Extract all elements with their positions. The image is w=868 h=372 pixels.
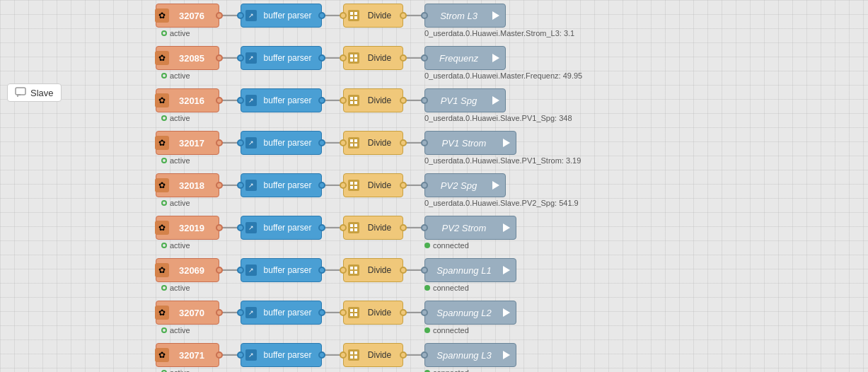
divide-node-32076[interactable]: Divide xyxy=(343,4,403,28)
status-text: active xyxy=(170,284,190,292)
divide-node-32019[interactable]: Divide xyxy=(343,216,403,240)
port-right xyxy=(318,267,325,274)
buffer-label-32016: buffer parser xyxy=(264,95,312,105)
status-dot xyxy=(161,115,167,121)
port-right xyxy=(400,97,407,104)
grid-icon xyxy=(348,52,359,64)
output-node-32069[interactable]: Spannung L1 xyxy=(424,258,516,282)
modbus-id-32016: 32016 xyxy=(179,95,204,106)
port-right xyxy=(318,12,325,19)
divide-label-32018: Divide xyxy=(368,180,391,190)
modbus-node-32076[interactable]: ✿32076 xyxy=(156,4,219,28)
gear-icon: ✿ xyxy=(155,93,169,107)
output-label-32018: PV2 Spg xyxy=(436,180,494,191)
buffer-node-32071[interactable]: ↗buffer parser xyxy=(241,343,322,367)
svg-rect-0 xyxy=(16,88,25,95)
modbus-node-32017[interactable]: ✿32017 xyxy=(156,131,219,155)
svg-rect-33 xyxy=(350,351,353,354)
arrow-right-icon xyxy=(503,351,510,359)
output-node-32076[interactable]: Strom L3 xyxy=(424,4,506,28)
svg-rect-36 xyxy=(354,356,357,359)
buffer-node-32076[interactable]: ↗buffer parser xyxy=(241,4,322,28)
modbus-node-32016[interactable]: ✿32016 xyxy=(156,88,219,112)
port-left xyxy=(340,54,347,62)
buffer-node-32085[interactable]: ↗buffer parser xyxy=(241,46,322,70)
divide-node-32071[interactable]: Divide xyxy=(343,343,403,367)
status-text: active xyxy=(170,71,190,80)
port-right xyxy=(400,309,407,316)
output-info-32019: connected xyxy=(424,241,469,250)
port-right xyxy=(216,54,223,62)
status-text: active xyxy=(170,326,190,335)
output-info-text: 0_userdata.0.Huawei.Slave.PV2_Spg: 541.9 xyxy=(424,199,579,207)
expand-icon: ↗ xyxy=(245,137,257,149)
buffer-node-32070[interactable]: ↗buffer parser xyxy=(241,301,322,325)
chat-icon xyxy=(15,87,26,98)
status-dot xyxy=(161,327,167,333)
svg-rect-3 xyxy=(350,16,353,19)
grid-icon xyxy=(348,222,359,233)
connected-dot xyxy=(424,285,430,291)
svg-rect-15 xyxy=(350,144,353,146)
status-32076: active xyxy=(161,29,190,37)
expand-icon: ↗ xyxy=(245,265,257,276)
port-left xyxy=(421,139,428,146)
arrow-right-icon xyxy=(503,308,510,317)
output-node-32070[interactable]: Spannung L2 xyxy=(424,301,516,325)
port-left xyxy=(237,267,244,274)
modbus-node-32085[interactable]: ✿32085 xyxy=(156,46,219,70)
port-left xyxy=(340,97,347,104)
svg-rect-24 xyxy=(354,228,357,231)
buffer-node-32019[interactable]: ↗buffer parser xyxy=(241,216,322,240)
grid-icon xyxy=(348,180,359,191)
slave-label-box[interactable]: Slave xyxy=(7,83,62,102)
divide-node-32018[interactable]: Divide xyxy=(343,173,403,197)
port-right xyxy=(318,54,325,62)
modbus-node-32070[interactable]: ✿32070 xyxy=(156,301,219,325)
port-left xyxy=(421,309,428,316)
arrow-right-icon xyxy=(492,54,499,62)
modbus-node-32069[interactable]: ✿32069 xyxy=(156,258,219,282)
divide-node-32069[interactable]: Divide xyxy=(343,258,403,282)
status-32016: active xyxy=(161,114,190,122)
status-32017: active xyxy=(161,156,190,165)
output-label-32019: PV2 Strom xyxy=(438,223,504,233)
output-node-32016[interactable]: PV1 Spg xyxy=(424,88,506,112)
output-node-32017[interactable]: PV1 Strom xyxy=(424,131,516,155)
output-info-32016: 0_userdata.0.Huawei.Slave.PV1_Spg: 348 xyxy=(424,114,572,122)
expand-icon: ↗ xyxy=(245,307,257,318)
divide-node-32017[interactable]: Divide xyxy=(343,131,403,155)
modbus-node-32019[interactable]: ✿32019 xyxy=(156,216,219,240)
expand-icon: ↗ xyxy=(245,52,257,64)
port-left xyxy=(237,224,244,231)
status-text: active xyxy=(170,29,190,37)
port-right xyxy=(318,224,325,231)
output-node-32071[interactable]: Spannung L3 xyxy=(424,343,516,367)
buffer-node-32069[interactable]: ↗buffer parser xyxy=(241,258,322,282)
port-left xyxy=(421,182,428,189)
svg-rect-31 xyxy=(350,313,353,316)
output-info-text: 0_userdata.0.Huawei.Master.Strom_L3: 3.1 xyxy=(424,29,574,37)
output-node-32018[interactable]: PV2 Spg xyxy=(424,173,506,197)
status-32019: active xyxy=(161,241,190,250)
svg-rect-5 xyxy=(350,54,353,57)
svg-rect-13 xyxy=(350,139,353,142)
buffer-node-32017[interactable]: ↗buffer parser xyxy=(241,131,322,155)
port-left xyxy=(340,309,347,316)
buffer-node-32016[interactable]: ↗buffer parser xyxy=(241,88,322,112)
buffer-node-32018[interactable]: ↗buffer parser xyxy=(241,173,322,197)
divide-node-32070[interactable]: Divide xyxy=(343,301,403,325)
svg-rect-27 xyxy=(350,271,353,274)
output-node-32019[interactable]: PV2 Strom xyxy=(424,216,516,240)
output-info-text: connected xyxy=(433,284,469,292)
port-right xyxy=(318,97,325,104)
modbus-node-32018[interactable]: ✿32018 xyxy=(156,173,219,197)
divide-node-32016[interactable]: Divide xyxy=(343,88,403,112)
grid-icon xyxy=(348,137,359,149)
output-node-32085[interactable]: Frequenz xyxy=(424,46,506,70)
divide-node-32085[interactable]: Divide xyxy=(343,46,403,70)
modbus-id-32076: 32076 xyxy=(179,11,204,21)
modbus-node-32071[interactable]: ✿32071 xyxy=(156,343,219,367)
expand-icon: ↗ xyxy=(245,222,257,233)
divide-label-32019: Divide xyxy=(368,223,391,233)
